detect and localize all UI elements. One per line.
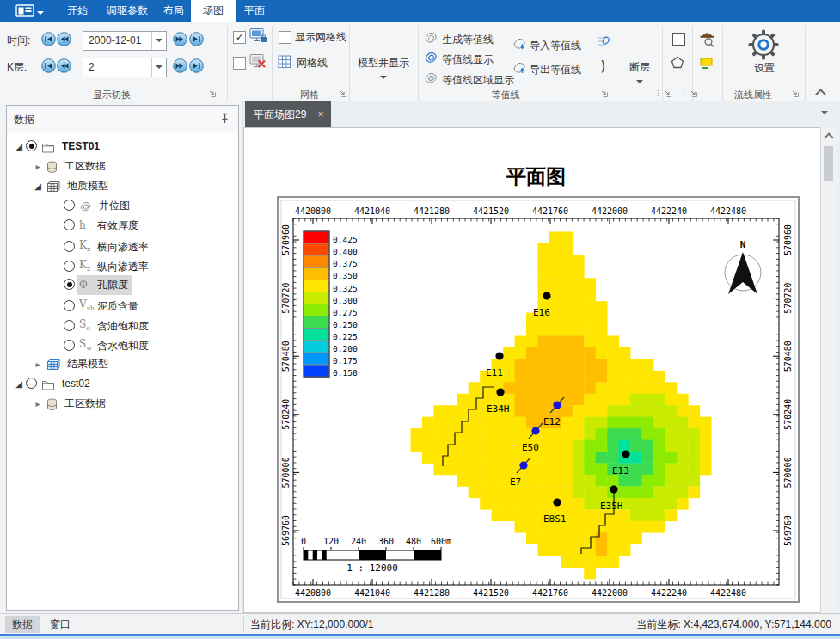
- tab-plane[interactable]: 平面: [239, 0, 270, 22]
- monitor-show-icon[interactable]: [249, 28, 267, 46]
- shapes-expander-icon[interactable]: [690, 89, 698, 97]
- tree-radio[interactable]: [26, 378, 37, 389]
- app-icon[interactable]: [15, 4, 44, 20]
- tree-radio[interactable]: [64, 340, 75, 351]
- klayer-first-button[interactable]: [41, 58, 56, 73]
- export-contour-button[interactable]: 导出等值线: [530, 64, 581, 76]
- close-tab-icon[interactable]: ×: [318, 108, 324, 120]
- expand-arrow-icon[interactable]: ▸: [31, 394, 45, 414]
- klayer-select[interactable]: 2: [83, 58, 167, 77]
- contour-expander-icon[interactable]: [600, 89, 609, 97]
- tree-item[interactable]: h有效厚度: [7, 216, 238, 236]
- tree-item[interactable]: ▸工区数据: [7, 394, 238, 414]
- tab-start[interactable]: 开始: [58, 0, 96, 22]
- vertical-scrollbar[interactable]: [820, 127, 837, 613]
- scrollbar-thumb[interactable]: [824, 146, 833, 181]
- fault-expander-icon[interactable]: [664, 89, 672, 97]
- show-gridlines-checkbox[interactable]: [279, 31, 291, 44]
- well-marker[interactable]: [553, 401, 561, 409]
- contour-display-button[interactable]: 等值线显示: [442, 53, 494, 65]
- well-marker[interactable]: [519, 461, 527, 469]
- curve-icon[interactable]: ): [599, 58, 607, 74]
- tab-list-dropdown-icon[interactable]: [821, 111, 828, 118]
- time-last-button[interactable]: [189, 32, 204, 46]
- display-switch-expander-icon[interactable]: [208, 89, 217, 97]
- tab-field-map[interactable]: 场图: [191, 0, 236, 22]
- contour-display-icon[interactable]: [424, 52, 438, 67]
- fault-button[interactable]: 断层: [617, 60, 662, 87]
- export-contour-icon[interactable]: [512, 62, 526, 77]
- monitor-hide-icon[interactable]: [249, 53, 267, 72]
- time-next-button[interactable]: [173, 32, 187, 46]
- klayer-select-dropdown[interactable]: [151, 58, 166, 77]
- tree-radio[interactable]: [64, 219, 75, 230]
- document-tab[interactable]: 平面场图29 ×: [245, 101, 331, 127]
- tree-radio[interactable]: [64, 200, 75, 211]
- import-contour-icon[interactable]: [512, 38, 526, 53]
- well-marker[interactable]: [543, 292, 550, 299]
- pin-icon[interactable]: [220, 113, 230, 126]
- bottom-tab-window[interactable]: 窗口: [43, 616, 77, 633]
- expand-arrow-icon[interactable]: ▸: [31, 354, 45, 374]
- show-map-checkbox[interactable]: ✓: [233, 31, 246, 44]
- well-marker[interactable]: [622, 450, 629, 458]
- settings-icon[interactable]: [747, 28, 780, 64]
- streamline-expander-icon[interactable]: [791, 89, 800, 97]
- time-select[interactable]: 2000-12-01: [83, 31, 167, 51]
- pentagon-shape-icon[interactable]: [671, 56, 684, 71]
- generate-contour-button[interactable]: 生成等值线: [442, 34, 494, 46]
- tree-item[interactable]: Vsh泥质含量: [7, 295, 238, 315]
- tree-item[interactable]: So含油饱和度: [7, 315, 238, 335]
- klayer-prev-button[interactable]: [57, 58, 71, 73]
- show-gridlines-label[interactable]: 显示网格线: [295, 31, 346, 43]
- klayer-next-button[interactable]: [173, 58, 187, 73]
- scroll-up-icon[interactable]: [824, 132, 833, 142]
- model-well-display-button[interactable]: 模型井显示: [351, 56, 416, 83]
- tree-item[interactable]: 井位图: [7, 196, 238, 216]
- well-marker[interactable]: [495, 352, 503, 359]
- tree-item[interactable]: Φ孔隙度: [7, 275, 238, 295]
- tree-radio[interactable]: [64, 300, 75, 311]
- tab-layout[interactable]: 布局: [158, 0, 189, 22]
- square-shape-icon[interactable]: [672, 33, 685, 46]
- tree-item[interactable]: ▸结果模型: [7, 354, 238, 374]
- collapse-arrow-icon[interactable]: ◢: [31, 176, 45, 196]
- bottom-tab-data[interactable]: 数据: [5, 616, 40, 633]
- tab-flooding-params[interactable]: 调驱参数: [100, 0, 155, 22]
- well-marker[interactable]: [610, 485, 617, 493]
- grid-expander-icon[interactable]: [339, 89, 347, 97]
- tree-item[interactable]: Kx横向渗透率: [7, 236, 238, 255]
- well-marker[interactable]: [531, 427, 539, 434]
- marker-icon[interactable]: [700, 58, 714, 72]
- collapse-ribbon-icon[interactable]: [815, 89, 826, 100]
- time-first-button[interactable]: [41, 32, 56, 46]
- contour-region-icon[interactable]: [424, 72, 438, 88]
- klayer-last-button[interactable]: [189, 58, 204, 73]
- well-marker[interactable]: [553, 498, 561, 506]
- expand-arrow-icon[interactable]: ▸: [31, 157, 45, 176]
- tree-item[interactable]: ◢TEST01: [7, 137, 238, 157]
- generate-contour-icon[interactable]: [424, 32, 438, 47]
- collapse-arrow-icon[interactable]: ◢: [12, 137, 26, 157]
- tree-item[interactable]: ◢地质模型: [7, 176, 238, 196]
- tree-radio[interactable]: [26, 140, 37, 151]
- spy-icon[interactable]: [699, 30, 715, 50]
- settings-button[interactable]: 设置: [745, 61, 784, 76]
- contour-lines-icon[interactable]: [596, 34, 610, 52]
- gridlines-button[interactable]: 网格线: [297, 57, 328, 69]
- tree-radio[interactable]: [64, 241, 75, 252]
- grid-icon[interactable]: [278, 55, 291, 71]
- tree-item[interactable]: ▸工区数据: [7, 157, 238, 176]
- import-contour-button[interactable]: 导入等值线: [530, 40, 581, 52]
- tree-item[interactable]: Kz纵向渗透率: [7, 255, 238, 275]
- well-marker[interactable]: [496, 388, 504, 396]
- tree-radio[interactable]: [64, 261, 75, 272]
- hide-map-checkbox[interactable]: [233, 57, 246, 70]
- collapse-arrow-icon[interactable]: ◢: [12, 374, 26, 394]
- tree-radio[interactable]: [64, 279, 75, 290]
- tree-item[interactable]: Sw含水饱和度: [7, 335, 238, 354]
- contour-region-button[interactable]: 等值线区域显示: [442, 74, 514, 86]
- tree-radio[interactable]: [64, 320, 75, 331]
- tree-item[interactable]: ◢test02: [7, 374, 238, 394]
- time-select-dropdown[interactable]: [151, 32, 166, 50]
